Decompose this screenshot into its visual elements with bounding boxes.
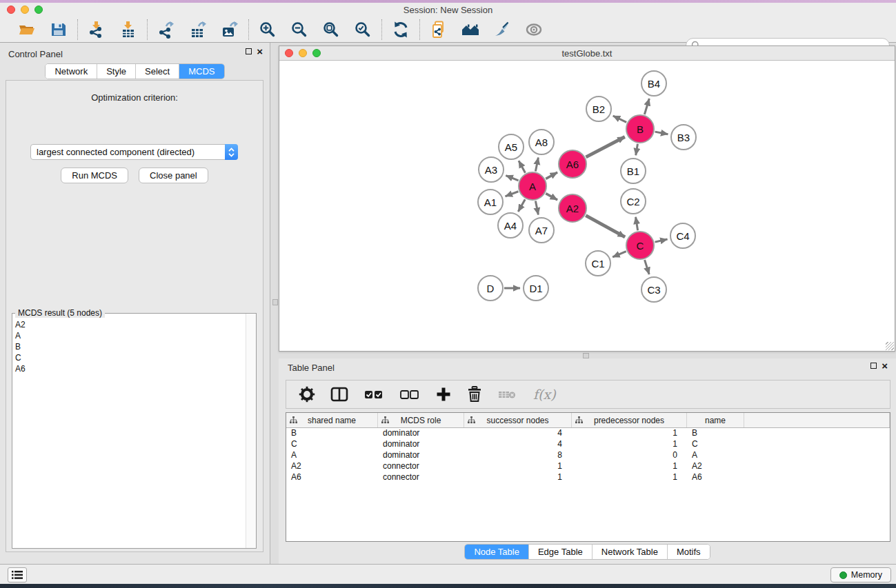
graph-node-B4[interactable]: B4 xyxy=(641,70,667,97)
import-network-icon[interactable] xyxy=(87,20,106,39)
cell-predecessor-nodes[interactable]: 0 xyxy=(572,450,687,461)
cell-MCDS-role[interactable]: dominator xyxy=(378,450,464,461)
deselect-all-columns-icon[interactable] xyxy=(399,385,420,404)
export-table-icon[interactable] xyxy=(188,20,208,39)
export-image-icon[interactable] xyxy=(220,20,239,39)
graph-node-C1[interactable]: C1 xyxy=(585,250,611,276)
zoom-out-icon[interactable] xyxy=(290,20,309,39)
graph-node-C3[interactable]: C3 xyxy=(641,276,667,303)
cell-predecessor-nodes[interactable]: 1 xyxy=(572,439,687,450)
show-column-panel-icon[interactable] xyxy=(330,385,348,404)
result-scrollbar[interactable] xyxy=(246,314,256,548)
add-column-icon[interactable] xyxy=(435,385,452,404)
cell-name[interactable]: C xyxy=(687,439,744,450)
cell-MCDS-role[interactable]: connector xyxy=(378,461,464,472)
cell-MCDS-role[interactable]: dominator xyxy=(378,428,464,439)
result-list-item[interactable]: A6 xyxy=(15,363,242,374)
table-row[interactable]: Adominator80A xyxy=(286,450,890,461)
delete-column-icon[interactable] xyxy=(467,385,482,404)
table-row[interactable]: Bdominator41B xyxy=(286,428,890,439)
table-row[interactable]: A6connector11A6 xyxy=(286,472,890,483)
cell-successor-nodes[interactable]: 1 xyxy=(464,461,572,472)
cell-shared-name[interactable]: B xyxy=(286,428,378,439)
close-panel-button[interactable]: Close panel xyxy=(139,168,208,183)
function-builder-icon[interactable]: f(x) xyxy=(533,385,556,404)
zoom-fit-icon[interactable] xyxy=(321,20,341,39)
cell-successor-nodes[interactable]: 4 xyxy=(464,428,572,439)
network-window-titlebar[interactable]: testGlobe.txt xyxy=(279,46,895,61)
tab-select[interactable]: Select xyxy=(136,64,179,79)
optimization-criterion-dropdown[interactable]: largest connected component (directed) xyxy=(30,144,238,160)
graph-node-A7[interactable]: A7 xyxy=(528,217,555,243)
graph-node-A6[interactable]: A6 xyxy=(558,150,587,179)
graph-node-A1[interactable]: A1 xyxy=(477,189,504,215)
paint-style-icon[interactable] xyxy=(492,20,512,39)
graph-node-B[interactable]: B xyxy=(626,114,655,143)
open-session-icon[interactable] xyxy=(17,20,37,39)
show-graphics-eye-icon[interactable] xyxy=(524,20,544,39)
graph-node-B2[interactable]: B2 xyxy=(586,96,612,122)
cell-predecessor-nodes[interactable]: 1 xyxy=(572,461,687,472)
memory-button[interactable]: Memory xyxy=(830,567,891,582)
graph-node-B3[interactable]: B3 xyxy=(670,124,697,150)
tab-edge-table[interactable]: Edge Table xyxy=(529,545,593,559)
float-table-panel-icon[interactable] xyxy=(870,363,877,369)
cell-shared-name[interactable]: A xyxy=(286,450,378,461)
save-session-icon[interactable] xyxy=(49,20,68,39)
graph-node-A2[interactable]: A2 xyxy=(558,194,587,223)
zoom-in-icon[interactable] xyxy=(258,20,277,39)
close-table-panel-icon[interactable]: × xyxy=(882,363,888,369)
tab-mcds[interactable]: MCDS xyxy=(179,64,223,79)
cell-successor-nodes[interactable]: 1 xyxy=(464,472,572,483)
cell-shared-name[interactable]: A2 xyxy=(286,461,378,472)
zoom-selected-icon[interactable] xyxy=(353,20,372,39)
cell-predecessor-nodes[interactable]: 1 xyxy=(572,428,687,439)
tab-network-table[interactable]: Network Table xyxy=(593,545,668,559)
tab-node-table[interactable]: Node Table xyxy=(465,545,529,559)
column-header-successor-nodes[interactable]: successor nodes xyxy=(464,413,572,427)
graph-node-C4[interactable]: C4 xyxy=(670,223,696,249)
result-list-item[interactable]: A xyxy=(15,330,242,341)
cell-name[interactable]: A2 xyxy=(687,461,744,472)
show-overview-icon[interactable] xyxy=(461,20,480,39)
column-header-predecessor-nodes[interactable]: predecessor nodes xyxy=(572,413,687,427)
result-list-item[interactable]: C xyxy=(15,352,242,363)
network-canvas[interactable]: B4B2BB3A8A5A6A3B1AC2A1A2A4A7C4CC1DD1C3 xyxy=(279,61,895,351)
column-header-MCDS-role[interactable]: MCDS role xyxy=(378,413,464,427)
graph-node-D1[interactable]: D1 xyxy=(523,275,549,301)
refresh-icon[interactable] xyxy=(391,20,410,39)
cell-successor-nodes[interactable]: 8 xyxy=(464,450,572,461)
graph-node-C2[interactable]: C2 xyxy=(620,188,646,214)
column-header-name[interactable]: name xyxy=(687,413,744,427)
float-panel-icon[interactable] xyxy=(246,48,252,54)
clone-network-icon[interactable] xyxy=(429,20,448,39)
window-resize-grip[interactable] xyxy=(886,342,894,350)
graph-node-C[interactable]: C xyxy=(626,231,655,260)
cell-MCDS-role[interactable]: connector xyxy=(378,472,464,483)
vertical-split-grip[interactable] xyxy=(272,299,278,305)
column-header-shared-name[interactable]: shared name xyxy=(286,413,378,427)
select-all-columns-icon[interactable] xyxy=(364,385,384,404)
result-list-item[interactable]: A2 xyxy=(15,319,242,330)
export-network-icon[interactable] xyxy=(157,20,176,39)
automation-list-button[interactable] xyxy=(8,567,27,582)
close-panel-icon[interactable]: × xyxy=(257,48,263,54)
cell-successor-nodes[interactable]: 4 xyxy=(464,439,572,450)
cell-MCDS-role[interactable]: dominator xyxy=(378,439,464,450)
graph-node-D[interactable]: D xyxy=(477,275,504,301)
import-table-icon[interactable] xyxy=(119,20,138,39)
run-mcds-button[interactable]: Run MCDS xyxy=(61,168,128,183)
graph-node-A4[interactable]: A4 xyxy=(497,212,524,239)
table-row[interactable]: A2connector11A2 xyxy=(286,461,890,472)
tab-motifs[interactable]: Motifs xyxy=(668,545,710,559)
cell-name[interactable]: A xyxy=(687,450,744,461)
table-options-gear-icon[interactable] xyxy=(299,385,315,404)
cell-predecessor-nodes[interactable]: 1 xyxy=(572,472,687,483)
graph-node-B1[interactable]: B1 xyxy=(620,158,646,184)
graph-node-A[interactable]: A xyxy=(518,172,547,201)
graph-node-A5[interactable]: A5 xyxy=(498,134,524,160)
tab-network[interactable]: Network xyxy=(46,64,97,79)
horizontal-split-grip[interactable] xyxy=(583,353,589,358)
graph-node-A3[interactable]: A3 xyxy=(478,156,504,183)
result-list-item[interactable]: B xyxy=(15,341,242,352)
